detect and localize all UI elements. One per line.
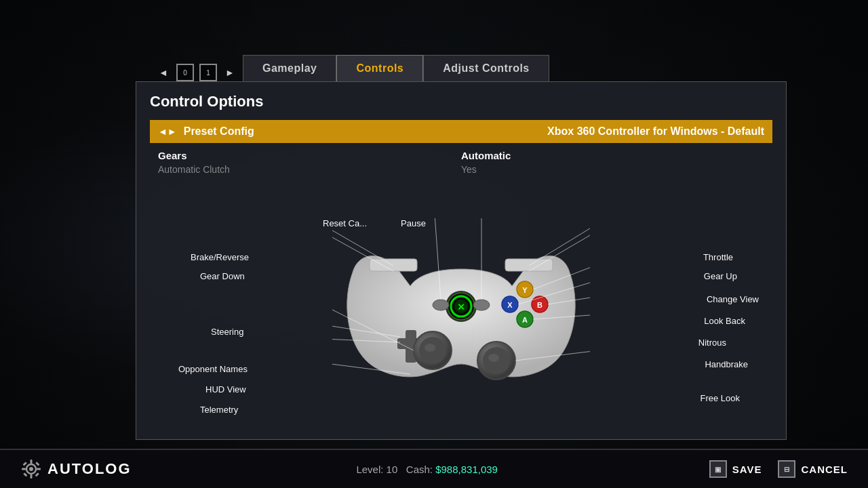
svg-text:A: A <box>522 316 528 324</box>
save-button[interactable]: ▣ SAVE <box>709 460 762 478</box>
cash-label: Cash: <box>406 464 433 475</box>
cancel-icon: ⊟ <box>778 460 795 478</box>
preset-config-row[interactable]: ◄► Preset Config Xbox 360 Controller for… <box>150 120 772 143</box>
status-bar: AUTOLOG Level: 10 Cash: $988,831,039 ▣ S… <box>0 449 868 488</box>
label-brake: Brake/Reverse <box>191 252 249 262</box>
save-icon: ▣ <box>709 460 727 478</box>
svg-text:Y: Y <box>522 286 528 294</box>
autolog-text: AUTOLOG <box>47 460 132 478</box>
nav-left-arrow[interactable]: ◄ <box>156 65 171 80</box>
svg-rect-43 <box>31 460 33 464</box>
gears-label: Gears <box>158 150 461 161</box>
preset-value: Xbox 360 Controller for Windows - Defaul… <box>547 125 764 138</box>
svg-rect-50 <box>35 472 39 476</box>
tab-navigation: ◄ 0 1 ► <box>156 64 237 81</box>
label-gear-up: Gear Up <box>704 271 737 281</box>
svg-text:✕: ✕ <box>457 302 465 312</box>
autolog-gear-icon <box>20 458 42 480</box>
status-stats: Level: 10 Cash: $988,831,039 <box>356 464 498 475</box>
svg-point-16 <box>433 300 449 310</box>
level-value: 10 <box>387 464 398 475</box>
label-throttle: Throttle <box>703 252 733 262</box>
svg-text:X: X <box>507 301 513 309</box>
options-grid: Gears Automatic Automatic Clutch Yes <box>150 150 772 175</box>
tab-icon-0[interactable]: 0 <box>176 64 194 81</box>
status-actions: ▣ SAVE ⊟ CANCEL <box>709 460 848 478</box>
cash-value: $988,831,039 <box>435 464 498 475</box>
label-gear-down: Gear Down <box>200 271 245 281</box>
svg-rect-48 <box>35 462 39 466</box>
nav-right-arrow[interactable]: ► <box>222 65 237 80</box>
label-steering: Steering <box>211 327 243 337</box>
cancel-button[interactable]: ⊟ CANCEL <box>778 460 848 478</box>
label-look-back: Look Back <box>704 316 745 326</box>
controller-image: ✕ Y X B <box>332 218 590 394</box>
svg-rect-1 <box>505 259 553 271</box>
svg-rect-44 <box>31 474 33 479</box>
svg-text:B: B <box>537 301 542 309</box>
svg-point-6 <box>425 344 435 352</box>
label-telemetry: Telemetry <box>200 405 238 415</box>
tab-icon-1[interactable]: 1 <box>199 64 217 81</box>
label-handbrake: Handbrake <box>705 359 748 369</box>
svg-rect-47 <box>22 462 26 466</box>
label-nitrous: Nitrous <box>698 338 726 348</box>
tab-bar: ◄ 0 1 ► Gameplay Controls Adjust Control… <box>156 41 787 81</box>
label-free-look: Free Look <box>700 393 740 403</box>
cancel-label: CANCEL <box>801 464 848 475</box>
svg-point-42 <box>29 467 33 471</box>
main-panel: ◄ 0 1 ► Gameplay Controls Adjust Control… <box>136 41 787 434</box>
clutch-label: Automatic Clutch <box>158 164 461 175</box>
content-box: Control Options ◄► Preset Config Xbox 36… <box>136 81 787 440</box>
label-change-view: Change View <box>707 294 759 304</box>
label-opponent-names: Opponent Names <box>178 364 248 374</box>
preset-label: Preset Config <box>184 125 540 138</box>
clutch-value: Yes <box>461 164 764 175</box>
svg-point-17 <box>473 300 490 310</box>
preset-arrows: ◄► <box>158 126 177 137</box>
controller-diagram: Brake/Reverse Gear Down Steering Opponen… <box>150 184 772 428</box>
tab-controls[interactable]: Controls <box>336 55 423 81</box>
save-label: SAVE <box>732 464 762 475</box>
svg-rect-45 <box>22 468 26 470</box>
tab-gameplay[interactable]: Gameplay <box>243 55 336 81</box>
svg-rect-46 <box>37 468 41 470</box>
svg-rect-0 <box>370 259 417 271</box>
svg-point-9 <box>488 354 499 362</box>
tab-adjust-controls[interactable]: Adjust Controls <box>423 55 549 81</box>
autolog-logo: AUTOLOG <box>20 458 132 480</box>
section-title: Control Options <box>150 93 772 110</box>
gears-value: Automatic <box>461 150 764 161</box>
svg-rect-49 <box>23 472 27 476</box>
label-hud-view: HUD View <box>205 384 246 394</box>
level-label: Level: <box>356 464 383 475</box>
